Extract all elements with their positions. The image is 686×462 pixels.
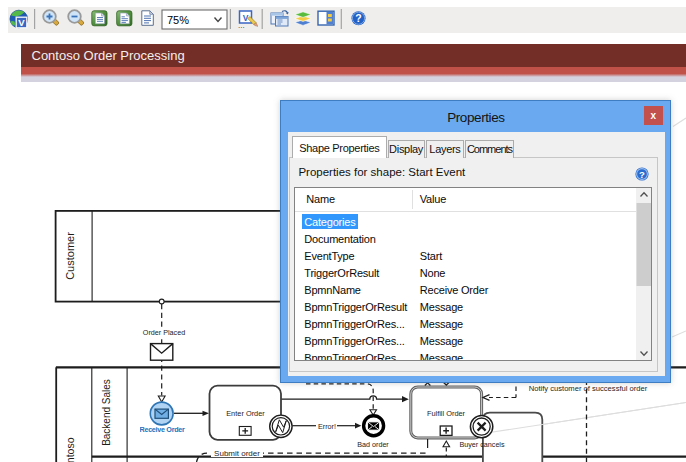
svg-text:Customer: Customer (64, 232, 76, 280)
svg-text:Bad order: Bad order (357, 440, 389, 449)
svg-text:Enter Order: Enter Order (226, 409, 265, 418)
svg-text:Notify customer of successful: Notify customer of successful order (529, 384, 648, 393)
svg-text:?: ? (639, 169, 645, 180)
svg-text:Submit order: Submit order (214, 449, 260, 458)
svg-text:Receive Order: Receive Order (140, 425, 185, 434)
svg-text:Contoso: Contoso (64, 437, 76, 462)
svg-text:Buyer cancels: Buyer cancels (459, 440, 505, 449)
svg-text:Error!: Error! (318, 422, 336, 431)
svg-text:Order Placed: Order Placed (143, 328, 185, 337)
svg-text:Backend Sales: Backend Sales (101, 379, 112, 446)
svg-text:Fulfill Order: Fulfill Order (427, 409, 466, 418)
